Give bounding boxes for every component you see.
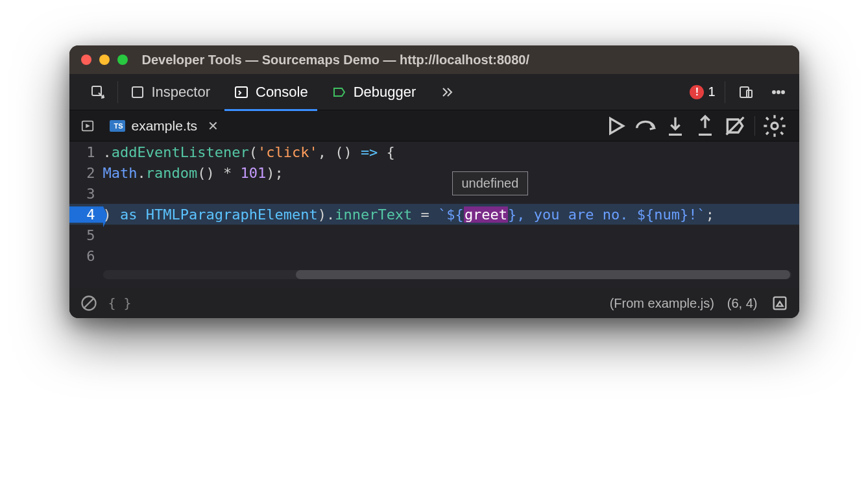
more-tabs-button[interactable] [428, 74, 466, 110]
kebab-menu-button[interactable] [767, 74, 790, 110]
svg-point-5 [773, 91, 775, 93]
tab-debugger-label: Debugger [354, 84, 416, 101]
error-icon: ! [690, 85, 704, 99]
code-line[interactable]: 5 [69, 225, 799, 245]
chevron-double-right-icon [439, 84, 455, 100]
traffic-lights [81, 55, 128, 65]
window-titlebar: Developer Tools — Sourcemaps Demo — http… [69, 45, 799, 74]
svg-rect-3 [740, 87, 749, 97]
tab-console-label: Console [256, 84, 308, 101]
tab-debugger[interactable]: Debugger [320, 74, 428, 110]
close-tab-button[interactable]: ✕ [208, 118, 219, 134]
devtools-window: Developer Tools — Sourcemaps Demo — http… [69, 45, 799, 318]
debugger-controls [603, 113, 793, 139]
file-tab-name: example.ts [132, 118, 198, 134]
svg-rect-11 [773, 297, 786, 310]
code-line[interactable]: 3 [69, 183, 799, 204]
braces-icon[interactable]: { } [108, 295, 132, 311]
svg-rect-2 [235, 87, 247, 97]
code-content[interactable]: .addEventListener('click', () => { [103, 144, 799, 160]
debugger-icon [332, 84, 347, 100]
source-tab-row: TS example.ts ✕ [69, 110, 799, 142]
line-number[interactable]: 5 [69, 227, 103, 243]
code-content[interactable]: Math.random() * 101); [103, 165, 799, 181]
picker-icon [90, 84, 106, 100]
tab-console[interactable]: Console [222, 74, 320, 110]
debugger-settings-button[interactable] [762, 113, 788, 139]
resume-button[interactable] [603, 113, 629, 139]
source-origin-label: (From example.js) [610, 296, 714, 311]
more-horizontal-icon [771, 84, 786, 100]
toolbar-separator [725, 81, 725, 103]
control-separator [754, 116, 755, 136]
element-picker-button[interactable] [78, 74, 117, 110]
step-over-button[interactable] [633, 113, 658, 139]
code-content[interactable]: ) as HTMLParagraphElement).innerText = `… [103, 206, 799, 223]
source-editor[interactable]: undefined 1.addEventListener('click', ()… [69, 142, 799, 288]
pretty-print-toggle[interactable] [80, 294, 98, 312]
cursor-position: (6, 4) [727, 296, 758, 311]
code-line[interactable]: 1.addEventListener('click', () => { [69, 142, 799, 162]
code-line[interactable]: 6 [69, 245, 799, 266]
sourcemap-toggle[interactable] [771, 294, 789, 312]
line-number[interactable]: 4 [69, 206, 103, 223]
tab-inspector[interactable]: Inspector [118, 74, 223, 110]
close-window-button[interactable] [81, 55, 91, 65]
svg-point-9 [771, 123, 778, 129]
code-line[interactable]: 4) as HTMLParagraphElement).innerText = … [69, 204, 799, 225]
inspector-icon [130, 84, 145, 100]
line-number[interactable]: 3 [69, 186, 103, 202]
code-line[interactable]: 2Math.random() * 101); [69, 162, 799, 183]
zoom-window-button[interactable] [117, 55, 128, 65]
devices-icon [738, 84, 754, 100]
minimize-window-button[interactable] [99, 55, 110, 65]
sources-panel-toggle[interactable] [76, 114, 99, 138]
horizontal-scrollbar[interactable] [103, 270, 791, 279]
step-out-button[interactable] [692, 113, 718, 139]
deactivate-breakpoints-button[interactable] [722, 113, 748, 139]
svg-point-7 [782, 91, 784, 93]
editor-statusbar: { } (From example.js) (6, 4) [69, 288, 799, 318]
svg-point-6 [777, 91, 780, 93]
typescript-badge-icon: TS [110, 120, 125, 132]
step-in-button[interactable] [662, 113, 688, 139]
console-icon [234, 84, 249, 100]
responsive-design-button[interactable] [734, 74, 758, 110]
devtools-toolbar: Inspector Console Debugger ! 1 [69, 74, 799, 110]
error-count: 1 [708, 84, 715, 99]
tab-inspector-label: Inspector [152, 84, 211, 101]
svg-rect-1 [132, 87, 143, 97]
line-number[interactable]: 2 [69, 165, 103, 181]
line-number[interactable]: 6 [69, 248, 103, 264]
line-number[interactable]: 1 [69, 144, 103, 160]
scrollbar-thumb[interactable] [296, 270, 790, 279]
file-tab-example-ts[interactable]: TS example.ts ✕ [99, 110, 230, 142]
window-title: Developer Tools — Sourcemaps Demo — http… [142, 53, 530, 68]
error-count-badge[interactable]: ! 1 [690, 84, 715, 99]
